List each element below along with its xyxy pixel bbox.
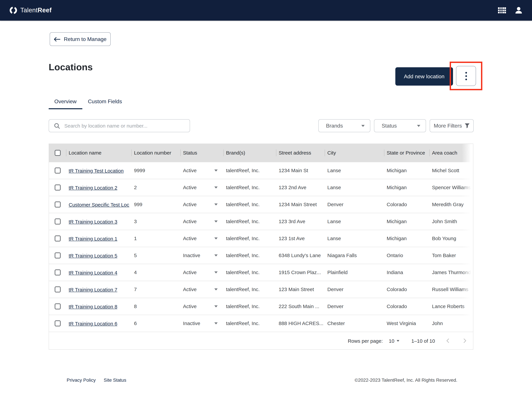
chevron-down-icon xyxy=(214,220,218,222)
table-row: Customer Specific Test Loca999Activetale… xyxy=(49,196,473,213)
chevron-down-icon xyxy=(214,203,218,205)
location-name-link[interactable]: tR Training Location 3 xyxy=(69,219,117,224)
row-checkbox[interactable] xyxy=(55,286,61,292)
cell-location-number: 3 xyxy=(134,218,137,224)
locations-table: Location nameLocation numberStatusBrand(… xyxy=(49,144,473,350)
cell-brand: talentReef, Inc. xyxy=(226,320,260,326)
page-title: Locations xyxy=(49,62,93,73)
apps-grid-icon[interactable] xyxy=(498,7,506,13)
user-account-icon[interactable] xyxy=(515,6,523,14)
cell-location-number: 2 xyxy=(134,185,137,190)
cell-area-coach: James Thurmond xyxy=(432,269,471,275)
row-checkbox[interactable] xyxy=(55,202,61,208)
location-name-link[interactable]: tR Training Location 2 xyxy=(69,185,117,191)
previous-page-button[interactable] xyxy=(444,337,452,344)
row-checkbox[interactable] xyxy=(55,185,61,191)
row-checkbox[interactable] xyxy=(55,252,61,258)
status-dropdown[interactable]: Active xyxy=(183,269,218,275)
cell-city: Plainfield xyxy=(327,269,348,275)
cell-state-or-province: Michigan xyxy=(387,235,407,241)
cell-area-coach: Bob Young xyxy=(432,235,456,241)
chevron-down-icon xyxy=(214,305,218,307)
row-checkbox[interactable] xyxy=(55,269,61,275)
location-name-link[interactable]: tR Training Location 5 xyxy=(69,253,117,258)
chevron-down-icon xyxy=(417,125,420,127)
status-value: Inactive xyxy=(183,252,200,258)
chevron-down-icon xyxy=(214,186,218,188)
row-checkbox[interactable] xyxy=(55,168,61,174)
row-checkbox[interactable] xyxy=(55,235,61,241)
status-value: Active xyxy=(183,218,197,224)
status-dropdown[interactable]: Active xyxy=(183,303,218,309)
search-input[interactable] xyxy=(64,122,186,129)
column-header: Location name xyxy=(66,144,131,162)
table-row: tR Training Location 55InactivetalentRee… xyxy=(49,247,473,264)
status-value: Inactive xyxy=(183,320,200,326)
status-value: Active xyxy=(183,202,197,207)
more-filters-button[interactable]: More Filters xyxy=(430,119,474,132)
cell-city: Denver xyxy=(327,303,343,309)
cell-area-coach: Lance Roberts xyxy=(432,303,465,309)
location-name-link[interactable]: tR Training Test Location xyxy=(69,168,124,174)
cell-city: Denver xyxy=(327,286,343,292)
status-dropdown[interactable]: Active xyxy=(183,185,218,190)
location-name-link[interactable]: tR Training Location 4 xyxy=(69,270,117,275)
next-page-button[interactable] xyxy=(461,337,468,344)
location-name-link[interactable]: Customer Specific Test Loca xyxy=(69,202,129,208)
rows-per-page-dropdown[interactable]: 10 xyxy=(389,338,399,344)
privacy-policy-link[interactable]: Privacy Policy xyxy=(67,377,96,383)
cell-street-address: 1234 Main St xyxy=(279,168,308,173)
cell-street-address: 123 Main Street xyxy=(279,286,314,292)
table-row: tR Training Location 88ActivetalentReef,… xyxy=(49,298,473,315)
cell-area-coach: Tom Baker xyxy=(432,252,456,258)
cell-state-or-province: Michigan xyxy=(387,185,407,190)
status-dropdown[interactable]: Active xyxy=(183,235,218,241)
cell-city: Chester xyxy=(327,320,345,326)
add-new-location-button[interactable]: Add new location xyxy=(395,67,453,86)
copyright-text: ©2022-2023 TalentReef, Inc. All Rights R… xyxy=(355,377,457,383)
status-dropdown[interactable]: Inactive xyxy=(183,320,218,326)
row-checkbox[interactable] xyxy=(55,320,61,326)
talentreef-logo[interactable]: TalentReef xyxy=(9,6,52,14)
cell-location-number: 1 xyxy=(134,235,137,241)
status-filter-dropdown[interactable]: Status xyxy=(374,119,426,132)
cell-location-number: 5 xyxy=(134,252,137,258)
cell-brand: talentReef, Inc. xyxy=(226,269,260,275)
cell-state-or-province: Colorado xyxy=(387,202,407,207)
kebab-dot xyxy=(465,72,467,73)
select-all-checkbox[interactable] xyxy=(55,150,61,156)
column-header: State or Province xyxy=(384,144,429,162)
cell-street-address: 222 South Main ... xyxy=(279,303,319,309)
cell-state-or-province: Indiana xyxy=(387,269,403,275)
status-dropdown[interactable]: Inactive xyxy=(183,252,218,258)
cell-street-address: 6348 Lundy's Lane xyxy=(279,252,321,258)
status-dropdown[interactable]: Active xyxy=(183,202,218,207)
cell-area-coach: John xyxy=(432,320,443,326)
back-arrow-icon xyxy=(54,37,60,41)
table-row: tR Training Location 44ActivetalentReef,… xyxy=(49,264,473,281)
status-dropdown[interactable]: Active xyxy=(183,218,218,224)
cell-street-address: 1234 Main Street xyxy=(279,202,317,207)
column-header: Status xyxy=(180,144,223,162)
tab-overview[interactable]: Overview xyxy=(49,96,82,109)
location-name-link[interactable]: tR Training Location 6 xyxy=(69,321,117,326)
location-name-link[interactable]: tR Training Location 8 xyxy=(69,304,117,309)
footer-links: Privacy Policy Site Status xyxy=(67,377,126,383)
chevron-down-icon xyxy=(214,322,218,324)
status-dropdown[interactable]: Active xyxy=(183,168,218,173)
return-to-manage-button[interactable]: Return to Manage xyxy=(50,32,111,46)
location-name-link[interactable]: tR Training Location 7 xyxy=(69,287,117,292)
brands-filter-dropdown[interactable]: Brands xyxy=(318,119,370,132)
chevron-down-icon xyxy=(361,125,365,127)
row-checkbox[interactable] xyxy=(55,218,61,224)
site-status-link[interactable]: Site Status xyxy=(104,377,126,383)
more-actions-kebab-button[interactable] xyxy=(456,66,476,86)
row-checkbox[interactable] xyxy=(55,303,61,309)
location-name-link[interactable]: tR Training Location 1 xyxy=(69,236,117,241)
table-row: tR Training Location 11ActivetalentReef,… xyxy=(49,230,473,247)
cell-location-number: 8 xyxy=(134,303,137,309)
chevron-right-icon xyxy=(461,337,468,344)
tab-custom-fields[interactable]: Custom Fields xyxy=(82,96,128,109)
table-row: tR Training Location 33ActivetalentReef,… xyxy=(49,213,473,230)
status-dropdown[interactable]: Active xyxy=(183,286,218,292)
